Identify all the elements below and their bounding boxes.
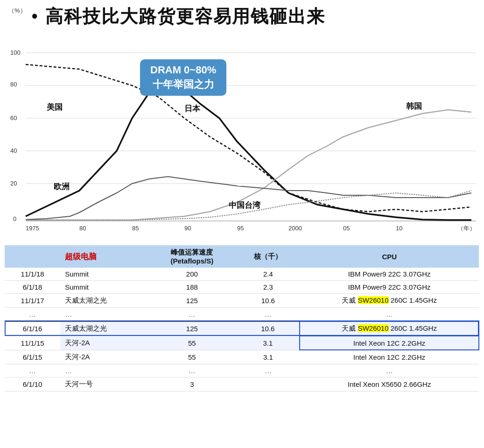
cell-name: 天威太湖之光 [60, 321, 147, 336]
japan-region-label: 日本 [184, 104, 201, 113]
table-row: 11/1/17 天威太湖之光 125 10.6 天威 SW26010 260C … [5, 294, 479, 308]
cell-cpu: 天威 SW26010 260C 1.45GHz [300, 294, 479, 308]
cell-cpu: Intel Xeon 12C 2.2GHz [300, 350, 479, 364]
pct-label: （%） [8, 7, 26, 15]
cell-name: Summit [60, 268, 147, 281]
cell-speed: … [147, 364, 236, 377]
col-speed: 峰值运算速度(Petaflops/S) [147, 245, 236, 268]
cell-name: Summit [60, 281, 147, 294]
usa-line [26, 64, 471, 212]
col-cpu: CPU [300, 245, 479, 268]
cell-cpu: … [300, 364, 479, 377]
sw26010-highlight2: SW26010 [358, 324, 389, 332]
table-row: 6/1/18 Summit 188 2.3 IBM Power9 22C 3.0… [5, 281, 479, 294]
cell-speed: … [147, 308, 236, 321]
cell-speed: 188 [147, 281, 236, 294]
x-label-80: 80 [79, 225, 86, 232]
table-row-ellipsis: … … … … … [5, 308, 479, 321]
cell-speed: 55 [147, 336, 236, 350]
cell-cores: 10.6 [236, 321, 300, 336]
table-row: 6/1/15 天河-2A 55 3.1 Intel Xeon 12C 2.2GH… [5, 350, 479, 364]
cell-speed: 125 [147, 321, 236, 336]
korea-region-label: 韩国 [406, 102, 422, 111]
x-label-85: 85 [132, 225, 139, 232]
x-label-1975: 1975 [26, 225, 39, 232]
table-row-highlighted: 6/1/16 天威太湖之光 125 10.6 天威 SW26010 260C 1… [5, 321, 479, 336]
cell-cpu: … [300, 308, 479, 321]
cell-date: 6/1/15 [5, 350, 60, 364]
col-name: 超级电脑 [60, 245, 147, 268]
y-label-0: 0 [13, 215, 16, 222]
supercomputer-table: 超级电脑 峰值运算速度(Petaflops/S) 核（千） CPU 11/1/1… [5, 245, 479, 391]
x-label-2000: 2000 [288, 225, 302, 232]
table-row: 6/1/10 天河一号 3 Intel Xeon X5650 2.66GHz [5, 377, 479, 391]
cell-name: 天河一号 [60, 377, 147, 391]
cell-cores: 2.4 [236, 268, 300, 281]
y-label-60: 60 [10, 114, 17, 121]
cell-cores: 3.1 [236, 350, 300, 364]
cell-cores: … [236, 308, 300, 321]
y-label-20: 20 [10, 180, 17, 187]
cell-cpu: IBM Power9 22C 3.07GHz [300, 281, 479, 294]
table-row-highlighted2: 11/1/15 天河-2A 55 3.1 Intel Xeon 12C 2.2G… [5, 336, 479, 350]
table-row-ellipsis2: … … … … … [5, 364, 479, 377]
usa-region-label: 美国 [46, 102, 63, 112]
cell-name: 天河-2A [60, 350, 147, 364]
cell-date: 11/1/17 [5, 294, 60, 308]
cell-speed: 3 [147, 377, 236, 391]
cell-cpu: Intel Xeon X5650 2.66GHz [300, 377, 479, 391]
cell-cpu: 天威 SW26010 260C 1.45GHz [300, 321, 479, 336]
table-header: 超级电脑 峰值运算速度(Petaflops/S) 核（千） CPU [5, 245, 479, 268]
x-label-95: 95 [237, 225, 244, 232]
cell-date: … [5, 364, 60, 377]
chart-svg: 100 80 60 40 20 0 1975 80 85 90 95 2000 … [0, 30, 484, 245]
cell-name: … [60, 364, 147, 377]
col-date [5, 245, 60, 268]
cell-name: … [60, 308, 147, 321]
cell-cores: 3.1 [236, 336, 300, 350]
y-label-100: 100 [10, 49, 21, 56]
taiwan-region-label: 中国台湾 [229, 200, 261, 210]
cell-date: … [5, 308, 60, 321]
cell-cores: 2.3 [236, 281, 300, 294]
x-label-year: （年） [457, 225, 476, 232]
cell-date: 6/1/10 [5, 377, 60, 391]
cell-speed: 200 [147, 268, 236, 281]
cell-speed: 55 [147, 350, 236, 364]
cell-cpu: IBM Power9 22C 3.07GHz [300, 268, 479, 281]
bullet-icon: • [32, 7, 38, 27]
page-title: 高科技比大路货更容易用钱砸出来 [45, 5, 325, 28]
col-name-label: 超级电脑 [65, 252, 97, 261]
cell-cores [236, 377, 300, 391]
europe-line [26, 177, 471, 220]
europe-region-label: 欧洲 [54, 182, 70, 191]
x-label-05: 05 [343, 225, 350, 232]
y-label-80: 80 [10, 81, 17, 88]
col-cores: 核（千） [236, 245, 300, 268]
cell-speed: 125 [147, 294, 236, 308]
x-label-10: 10 [396, 225, 402, 232]
cell-cores: … [236, 364, 300, 377]
table-row: 11/1/18 Summit 200 2.4 IBM Power9 22C 3.… [5, 268, 479, 281]
table-body: 11/1/18 Summit 200 2.4 IBM Power9 22C 3.… [5, 268, 479, 391]
cell-date: 6/1/16 [5, 321, 60, 336]
x-label-90: 90 [184, 225, 191, 232]
cell-date: 11/1/18 [5, 268, 60, 281]
cell-date: 11/1/15 [5, 336, 60, 350]
cell-date: 6/1/18 [5, 281, 60, 294]
cell-cores: 10.6 [236, 294, 300, 308]
japan-line [26, 85, 471, 220]
supercomputer-table-section: 超级电脑 峰值运算速度(Petaflops/S) 核（千） CPU 11/1/1… [0, 245, 484, 391]
page-header: （%） • 高科技比大路货更容易用钱砸出来 [0, 0, 484, 30]
chart-area: 100 80 60 40 20 0 1975 80 85 90 95 2000 … [0, 30, 484, 245]
sw26010-highlight: SW26010 [358, 296, 389, 304]
cell-cpu: Intel Xeon 12C 2.2GHz [300, 336, 479, 350]
cell-name: 天河-2A [60, 336, 147, 350]
y-label-40: 40 [10, 147, 17, 154]
cell-name: 天威太湖之光 [60, 294, 147, 308]
